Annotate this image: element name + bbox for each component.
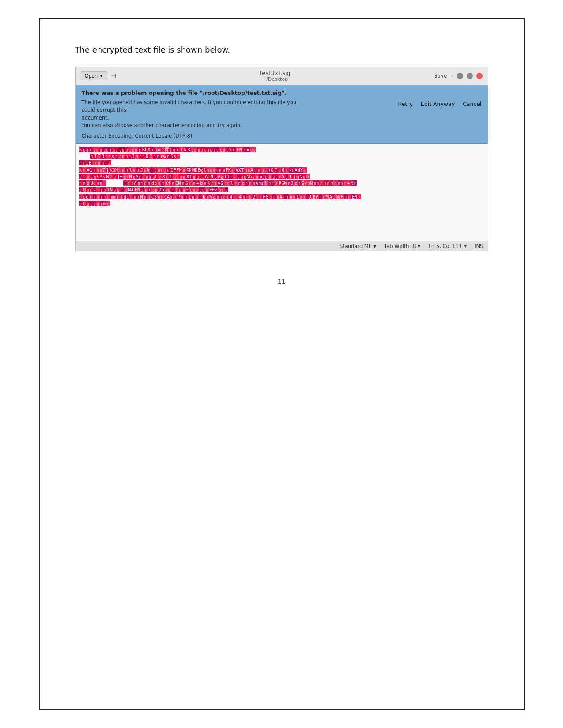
tab-width-chevron-icon: ▼	[418, 244, 421, 248]
title-bar-right: Save ≡	[434, 73, 483, 79]
error-body: The file you opened has some invalid cha…	[82, 99, 482, 129]
error-message: The file you opened has some invalid cha…	[82, 99, 311, 129]
language-selector[interactable]: Standard ML ▼	[340, 243, 376, 249]
pin-icon: ⊣	[111, 72, 116, 79]
language-label: Standard ML	[340, 243, 371, 249]
content-line-6: ▯▯zUd▯▯- [▯▯A▯▯▯▯db▯▯Kf▯EN▯S▯▯+b▯%▯▯vG▯▯…	[79, 180, 484, 187]
content-line-4: k▯=1▯▯▯7]KQH▯▯▯l▯▯J▯A▯(▯▯▯▯IFFM▯桀MDE@l▯▯…	[79, 167, 484, 173]
error-buttons: Retry Edit Anyway Cancel	[398, 101, 482, 107]
error-title: There was a problem opening the file "/r…	[82, 90, 482, 96]
error-encoding: Character Encoding: Current Locale (UTF-…	[82, 133, 482, 139]
open-label: Open	[85, 73, 98, 79]
encoding-value: Current Locale (UTF-8)	[135, 133, 192, 139]
intro-text: The encrypted text file is shown below.	[75, 45, 488, 54]
position-label: Ln 5, Col 111	[428, 243, 462, 249]
save-label: Save	[434, 73, 447, 79]
save-menu-icon: ≡	[449, 73, 453, 79]
save-button[interactable]: Save ≡	[434, 73, 453, 79]
cursor-position: Ln 5, Col 111 ▼	[428, 243, 467, 249]
content-area[interactable]: k▯▯>▯▯▯▯▯▯▯▯▯▯▯▯▯▯▯BPX:Jo(裸(▯cIk3▯▯▯▯▯▯▯…	[76, 144, 488, 241]
error-banner: There was a problem opening the file "/r…	[76, 85, 488, 144]
content-line-8: ▯de▯▯▯▯▯▯▯m▯▯dc▯▯▯N▯▯c3▯▯CA▯▯P▯▯lg▯▯N▯%c…	[79, 194, 484, 200]
content-line-5: ▯t▯▯▯CAsNI▯]+▯FN▯A▯▯▯▯▯E;X▯E▯▯▯▯Xt▯▯▯▯AT…	[79, 173, 484, 180]
content-line-3: ▯▯IE▯▯▯▯▯2	[79, 160, 484, 166]
ins-label: INS	[475, 243, 483, 249]
tab-width-selector[interactable]: Tab Width: 8 ▼	[384, 243, 420, 249]
page-number: 11	[75, 278, 488, 285]
edit-anyway-button[interactable]: Edit Anyway	[421, 101, 455, 107]
language-chevron-icon: ▼	[373, 244, 376, 248]
open-chevron-icon: ▼	[99, 74, 103, 78]
insert-mode: INS	[475, 243, 483, 249]
error-line3: You can also choose another character en…	[82, 122, 242, 128]
cancel-button[interactable]: Cancel	[463, 101, 481, 107]
page: The encrypted text file is shown below. …	[39, 18, 525, 710]
retry-button[interactable]: Retry	[398, 101, 413, 107]
minimize-button[interactable]	[457, 73, 463, 79]
title-bar: Open ▼ ⊣ test.txt.sig ~/Desktop Save ≡	[76, 67, 488, 85]
title-bar-left: Open ▼ ⊣	[81, 71, 116, 80]
content-line-2: ▯II3▯▯s▯▯▯▯▯I▯▯▯NJ▯▯rw▯Ds▯	[79, 153, 484, 160]
error-line2: document.	[82, 115, 109, 121]
editor-window: Open ▼ ⊣ test.txt.sig ~/Desktop Save ≡	[75, 67, 488, 251]
content-line-7: ▯Q▯▯s:▯▯lN▯▯f▯NAEN▯▯(▯▯Oo▯▯:)▯▯~▯▯▯▯▯▯EF…	[79, 187, 484, 193]
position-chevron-icon: ▼	[464, 244, 467, 248]
content-line-9: ▯C▯▯▯▯▯m▯	[79, 200, 484, 207]
content-line-1: k▯▯>▯▯▯▯▯▯▯▯▯▯▯▯▯▯▯BPX:Jo(裸(▯cIk3▯▯▯▯▯▯▯…	[79, 146, 484, 153]
close-button[interactable]	[476, 73, 483, 79]
status-bar: Standard ML ▼ Tab Width: 8 ▼ Ln 5, Col 1…	[76, 241, 488, 251]
title-bar-center: test.txt.sig ~/Desktop	[116, 70, 434, 82]
maximize-button[interactable]	[467, 73, 473, 79]
open-button[interactable]: Open ▼	[81, 71, 107, 80]
filename: test.txt.sig	[116, 70, 434, 76]
filepath: ~/Desktop	[116, 76, 434, 82]
error-line1: The file you opened has some invalid cha…	[82, 99, 297, 113]
encoding-label: Character Encoding:	[82, 133, 133, 139]
tab-width-label: Tab Width: 8	[384, 243, 416, 249]
